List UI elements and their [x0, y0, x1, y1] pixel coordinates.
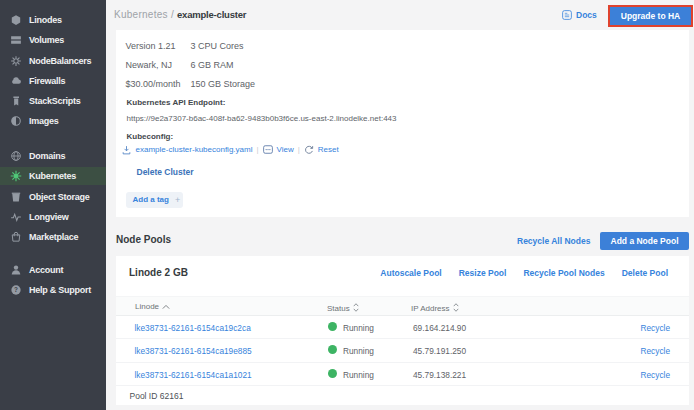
svg-text:?: ? — [14, 286, 18, 293]
